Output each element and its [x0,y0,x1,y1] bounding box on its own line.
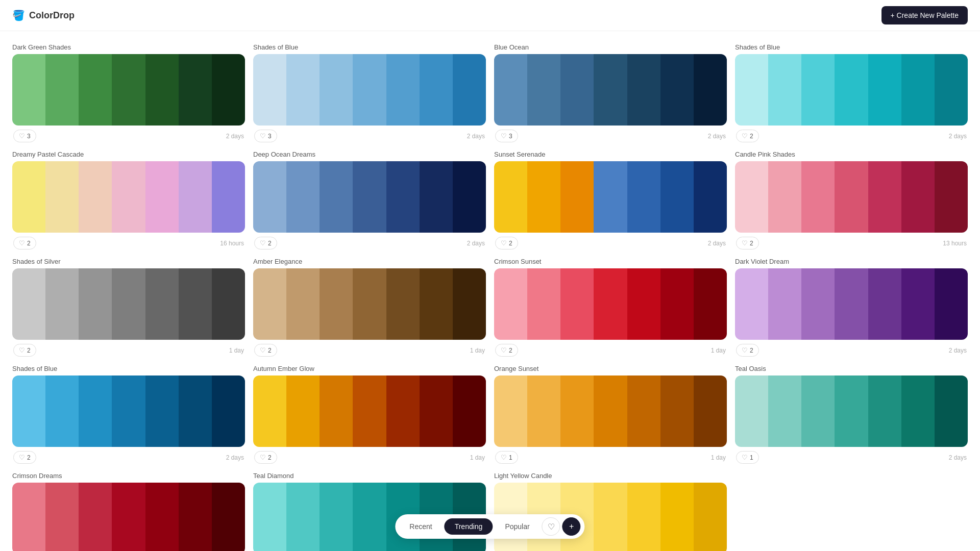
palette-title: Shades of Blue [12,365,245,372]
swatch-bar [560,54,594,126]
palette-swatch [253,161,486,233]
swatch-bar [494,161,527,233]
like-button[interactable]: ♡1 [736,451,759,464]
swatch-bar [12,161,45,233]
timestamp: 2 days [708,133,726,140]
swatch-bar [560,161,594,233]
palette-card-blue-ocean[interactable]: Blue Ocean♡32 days [490,39,731,146]
palette-footer: ♡213 hours [735,237,968,249]
swatch-bar [935,161,968,233]
palette-footer: ♡216 hours [12,237,245,249]
timestamp: 16 hours [220,240,244,247]
palette-card-orange-sunset[interactable]: Orange Sunset♡11 day [490,361,731,468]
like-button[interactable]: ♡2 [736,344,759,357]
swatch-bar [386,161,420,233]
tab-popular[interactable]: Popular [495,518,540,535]
create-new-palette-button[interactable]: + Create New Palette [881,6,968,24]
swatch-bar [320,375,353,447]
like-button[interactable]: ♡2 [13,237,36,249]
palette-swatch [494,375,727,447]
tab-trending[interactable]: Trending [445,518,493,535]
swatch-bar [660,483,694,551]
swatch-bar [253,375,286,447]
swatch-bar [560,268,594,340]
like-button[interactable]: ♡2 [254,451,277,464]
swatch-bar [694,54,727,126]
swatch-bar [179,375,212,447]
heart-icon: ♡ [501,132,507,140]
timestamp: 2 days [226,133,244,140]
palette-card-shades-of-blue-3[interactable]: Shades of Blue♡22 days [8,361,249,468]
swatch-bar [768,268,801,340]
like-count: 2 [750,133,753,140]
palette-card-amber-elegance[interactable]: Amber Elegance♡21 day [249,254,490,361]
swatch-bar [286,268,320,340]
swatch-bar [694,375,727,447]
swatch-bar [212,161,245,233]
heart-icon: ♡ [501,454,507,461]
like-button[interactable]: ♡2 [13,451,36,464]
palette-footer: ♡32 days [253,130,486,142]
timestamp: 2 days [949,454,967,461]
swatch-bar [286,375,320,447]
palette-title: Blue Ocean [494,43,727,51]
like-button[interactable]: ♡2 [254,344,277,357]
palette-title: Teal Diamond [253,472,486,480]
heart-icon: ♡ [260,346,266,354]
tab-recent[interactable]: Recent [399,518,442,535]
swatch-bar [253,54,286,126]
swatch-bar [527,161,560,233]
palette-title: Crimson Dreams [12,472,245,480]
like-button[interactable]: ♡1 [495,451,518,464]
palette-card-crimson-dreams[interactable]: Crimson Dreams♡22 days [8,468,249,551]
palette-card-crimson-sunset[interactable]: Crimson Sunset♡21 day [490,254,731,361]
swatch-bar [627,375,660,447]
swatch-bar [453,268,486,340]
favorites-button[interactable]: ♡ [542,517,560,536]
palette-card-autumn-ember-glow[interactable]: Autumn Ember Glow♡21 day [249,361,490,468]
swatch-bar [768,54,801,126]
palette-card-shades-of-blue-1[interactable]: Shades of Blue♡32 days [249,39,490,146]
palette-card-candle-pink-shades[interactable]: Candle Pink Shades♡213 hours [731,146,972,254]
like-button[interactable]: ♡3 [13,130,36,142]
palette-card-teal-oasis[interactable]: Teal Oasis♡12 days [731,361,972,468]
palette-card-shades-of-silver[interactable]: Shades of Silver♡21 day [8,254,249,361]
like-count: 2 [750,347,753,354]
palette-card-sunset-serenade[interactable]: Sunset Serenade♡22 days [490,146,731,254]
heart-icon: ♡ [260,132,266,140]
heart-icon: ♡ [742,454,748,461]
palette-card-dark-violet-dream[interactable]: Dark Violet Dream♡22 days [731,254,972,361]
palette-grid-container: Dark Green Shades♡32 daysShades of Blue♡… [0,31,980,551]
palette-title: Amber Elegance [253,258,486,265]
palette-card-deep-ocean-dreams[interactable]: Deep Ocean Dreams♡22 days [249,146,490,254]
palette-card-dark-green-shades[interactable]: Dark Green Shades♡32 days [8,39,249,146]
like-button[interactable]: ♡2 [13,344,36,357]
like-button[interactable]: ♡2 [736,130,759,142]
palette-swatch [12,375,245,447]
like-button[interactable]: ♡2 [254,237,277,249]
like-button[interactable]: ♡3 [495,130,518,142]
palette-card-shades-of-blue-2[interactable]: Shades of Blue♡22 days [731,39,972,146]
swatch-bar [627,161,660,233]
add-button[interactable]: + [562,517,581,536]
palette-footer: ♡21 day [12,344,245,357]
like-count: 3 [509,133,512,140]
palette-footer: ♡12 days [735,451,968,464]
like-button[interactable]: ♡2 [736,237,759,249]
like-button[interactable]: ♡3 [254,130,277,142]
heart-icon: ♡ [260,239,266,247]
swatch-bar [801,54,835,126]
like-button[interactable]: ♡2 [495,344,518,357]
swatch-bar [386,268,420,340]
palette-swatch [494,54,727,126]
palette-card-dreamy-pastel-cascade[interactable]: Dreamy Pastel Cascade♡216 hours [8,146,249,254]
swatch-bar [286,483,320,551]
swatch-bar [868,375,901,447]
swatch-bar [12,483,45,551]
like-count: 1 [509,454,512,461]
swatch-bar [79,375,112,447]
like-button[interactable]: ♡2 [495,237,518,249]
palette-footer: ♡11 day [494,451,727,464]
swatch-bar [627,268,660,340]
palette-title: Light Yellow Candle [494,472,727,480]
